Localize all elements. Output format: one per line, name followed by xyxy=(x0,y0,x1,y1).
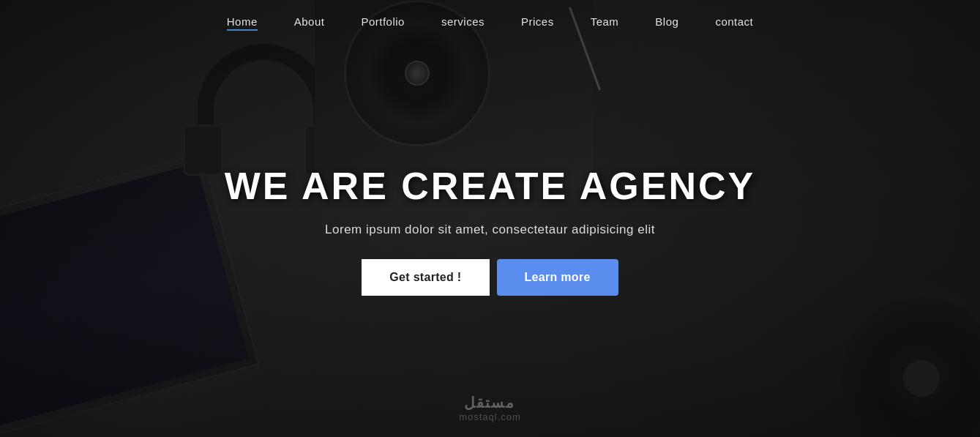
nav-link-team[interactable]: Team xyxy=(591,15,619,28)
nav-link-prices[interactable]: Prices xyxy=(521,15,554,28)
watermark-logo: مستقل xyxy=(459,394,521,411)
nav-item-services[interactable]: services xyxy=(441,15,485,29)
hero-title: WE ARE CREATE AGENCY xyxy=(225,164,755,208)
hero-section: Home About Portfolio services Prices Tea… xyxy=(0,0,980,437)
nav-item-portfolio[interactable]: Portfolio xyxy=(361,15,405,29)
nav-item-home[interactable]: Home xyxy=(227,15,258,29)
nav-link-contact[interactable]: contact xyxy=(715,15,753,28)
nav-link-home[interactable]: Home xyxy=(227,15,258,31)
learn-more-button[interactable]: Learn more xyxy=(497,259,618,296)
watermark: مستقل mostaql.com xyxy=(459,394,521,422)
nav-item-team[interactable]: Team xyxy=(591,15,619,29)
hero-content: WE ARE CREATE AGENCY Lorem ipsum dolor s… xyxy=(225,164,755,296)
watermark-url: mostaql.com xyxy=(459,411,521,422)
hero-buttons: Get started ! Learn more xyxy=(362,259,618,296)
nav-links: Home About Portfolio services Prices Tea… xyxy=(227,15,754,29)
nav-item-blog[interactable]: Blog xyxy=(655,15,678,29)
nav-link-about[interactable]: About xyxy=(294,15,325,28)
get-started-button[interactable]: Get started ! xyxy=(362,259,489,296)
nav-item-about[interactable]: About xyxy=(294,15,325,29)
nav-link-blog[interactable]: Blog xyxy=(655,15,678,28)
nav-item-prices[interactable]: Prices xyxy=(521,15,554,29)
main-nav: Home About Portfolio services Prices Tea… xyxy=(0,0,980,44)
hero-subtitle: Lorem ipsum dolor sit amet, consectetaur… xyxy=(325,223,655,237)
nav-item-contact[interactable]: contact xyxy=(715,15,753,29)
nav-link-services[interactable]: services xyxy=(441,15,485,28)
nav-link-portfolio[interactable]: Portfolio xyxy=(361,15,405,28)
